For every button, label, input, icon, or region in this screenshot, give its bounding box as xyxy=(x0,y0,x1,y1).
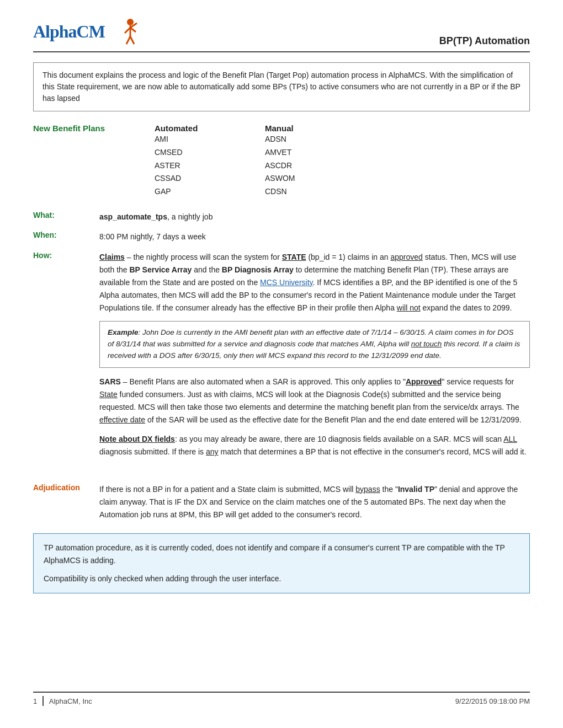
automated-col-data: AMI CMSED ASTER CSSAD GAP xyxy=(155,133,265,199)
claims-text4: and the xyxy=(192,265,222,274)
claims-approved: approved xyxy=(390,253,422,261)
how-label: How: xyxy=(33,251,99,465)
page: AlphaCM BP(TP) Automation This document … xyxy=(0,0,563,728)
dx-all-text: ALL xyxy=(503,435,517,443)
what-content: asp_automate_tps, a nightly job xyxy=(99,211,530,223)
new-benefit-plans-label: New Benefit Plans xyxy=(33,124,155,133)
what-row: What: asp_automate_tps, a nightly job xyxy=(33,211,530,223)
sars-eff-text: effective date xyxy=(99,415,145,424)
what-text: , a nightly job xyxy=(167,212,213,221)
dx-heading: Note about DX fields xyxy=(99,435,175,443)
how-section: How: Claims – the nightly process will s… xyxy=(33,251,530,465)
benefit-plans-header: New Benefit Plans Automated Manual xyxy=(33,124,530,133)
footer: 1 AlphaCM, Inc 9/22/2015 09:18:00 PM xyxy=(33,692,530,706)
sars-state: State xyxy=(99,390,118,399)
svg-line-4 xyxy=(126,36,130,44)
sars-text3: funded consumers. Just as with claims, M… xyxy=(99,390,519,411)
dx-any-text: any xyxy=(206,447,219,456)
logo-text: AlphaCM xyxy=(33,22,105,42)
claims-text7: expand the dates to 2099. xyxy=(421,303,512,312)
will-not-text: will not xyxy=(397,303,421,312)
mcs-university-link[interactable]: MCS University xyxy=(260,278,312,287)
claims-heading: Claims xyxy=(99,253,125,261)
sars-text4: of the SAR will be used as the effective… xyxy=(145,415,522,424)
claims-text1: – the nightly process will scan the syst… xyxy=(125,253,282,261)
bypass-text: bypass xyxy=(355,485,380,494)
logo-alpha: Alpha xyxy=(33,22,77,41)
benefit-plans-table: New Benefit Plans Automated Manual AMI C… xyxy=(33,124,530,199)
auto-item-3: ASTER xyxy=(155,159,265,173)
bottom-line1: TP automation procedure, as it is curren… xyxy=(44,542,519,567)
sars-approved-text: Approved xyxy=(406,377,442,386)
claims-state: STATE xyxy=(282,253,306,261)
sars-text2: " service requests for xyxy=(442,377,514,386)
footer-divider xyxy=(43,696,44,706)
what-bold: asp_automate_tps xyxy=(99,212,167,221)
manual-col-header: Manual xyxy=(265,124,375,133)
example-box: Example: John Doe is currently in the AM… xyxy=(99,321,530,368)
claims-bpsa: BP Service Array xyxy=(130,265,192,274)
mcs-university-text: MCS University xyxy=(260,278,312,287)
svg-point-0 xyxy=(127,19,134,25)
auto-item-1: AMI xyxy=(155,133,265,146)
manual-item-3: ASCDR xyxy=(265,159,375,173)
not-touch-text: not touch xyxy=(411,340,442,348)
invalid-tp-text: Invalid TP xyxy=(398,485,434,494)
auto-item-2: CMSED xyxy=(155,146,265,159)
manual-item-1: ADSN xyxy=(265,133,375,146)
manual-item-5: CDSN xyxy=(265,185,375,199)
dx-text3: match that determines a BP that is not e… xyxy=(219,447,527,456)
when-row: When: 8:00 PM nightly, 7 days a week xyxy=(33,231,530,243)
manual-item-2: AMVET xyxy=(265,146,375,159)
bottom-line2: Compatibility is only checked when addin… xyxy=(44,572,519,585)
manual-item-4: ASWOM xyxy=(265,172,375,185)
claims-bpda: BP Diagnosis Array xyxy=(222,265,294,274)
logo-figure xyxy=(108,17,141,47)
logo-cm: CM xyxy=(77,22,105,41)
footer-date: 9/22/2015 09:18:00 PM xyxy=(455,697,530,705)
what-label: What: xyxy=(33,211,99,220)
sars-para: SARS – Benefit Plans are also automated … xyxy=(99,376,530,426)
how-content: Claims – the nightly process will scan t… xyxy=(99,251,530,465)
claims-para: Claims – the nightly process will scan t… xyxy=(99,251,530,314)
claims-heading-text: Claims xyxy=(99,253,125,261)
automated-col-header: Automated xyxy=(155,124,265,133)
when-content: 8:00 PM nightly, 7 days a week xyxy=(99,231,530,243)
adj-text2: the " xyxy=(380,485,398,494)
info-section: What: asp_automate_tps, a nightly job Wh… xyxy=(33,211,530,473)
sars-approved: Approved xyxy=(406,377,442,386)
footer-page-number: 1 xyxy=(33,697,37,705)
intro-box: This document explains the process and l… xyxy=(33,62,530,111)
dx-text1: : as you may already be aware, there are… xyxy=(175,435,503,443)
adjudication-label: Adjudication xyxy=(33,483,99,521)
sars-text1: – Benefit Plans are also automated when … xyxy=(121,377,406,386)
intro-text: This document explains the process and l… xyxy=(43,71,520,103)
dx-text2: diagnosis submitted. If there is xyxy=(99,447,206,456)
auto-item-4: CSSAD xyxy=(155,172,265,185)
footer-company: AlphaCM, Inc xyxy=(49,697,92,705)
claims-state-text: STATE xyxy=(282,253,306,261)
adj-text1: If there is not a BP in for a patient an… xyxy=(99,485,355,494)
sars-heading: SARS xyxy=(99,377,121,386)
auto-item-5: GAP xyxy=(155,185,265,199)
when-label: When: xyxy=(33,231,99,239)
example-label: Example xyxy=(108,328,139,336)
adjudication-section: Adjudication If there is not a BP in for… xyxy=(33,483,530,521)
benefit-plans-data: AMI CMSED ASTER CSSAD GAP ADSN AMVET ASC… xyxy=(33,133,530,199)
svg-line-5 xyxy=(130,36,134,44)
footer-left: 1 AlphaCM, Inc xyxy=(33,696,92,706)
claims-text2: (bp_id = 1) claims in an xyxy=(306,253,391,261)
adjudication-content: If there is not a BP in for a patient an… xyxy=(99,483,530,521)
header: AlphaCM BP(TP) Automation xyxy=(33,17,530,52)
page-title: BP(TP) Automation xyxy=(439,35,530,47)
dx-heading-text: Note about DX fields xyxy=(99,435,175,443)
logo-area: AlphaCM xyxy=(33,17,141,47)
dx-para: Note about DX fields: as you may already… xyxy=(99,433,530,458)
manual-col-data: ADSN AMVET ASCDR ASWOM CDSN xyxy=(265,133,375,199)
bottom-box: TP automation procedure, as it is curren… xyxy=(33,533,530,593)
claims-approved-text: approved xyxy=(390,253,422,261)
